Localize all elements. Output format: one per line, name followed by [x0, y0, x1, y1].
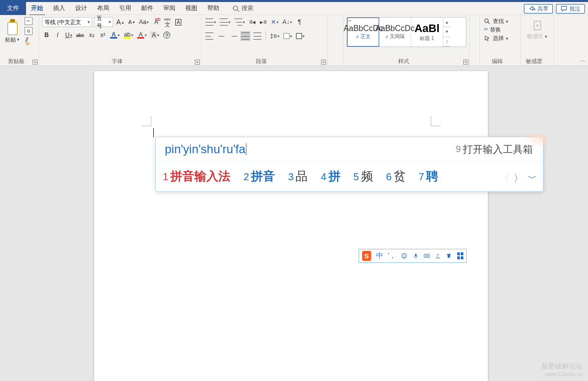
chevron-right-icon[interactable]: 〉: [514, 172, 523, 184]
shading-button[interactable]: [282, 31, 293, 41]
ime-status-bar[interactable]: S 中 '，: [359, 249, 467, 263]
replace-button[interactable]: ᵃᵇ替换: [483, 26, 517, 34]
change-case-button[interactable]: Aa: [138, 17, 150, 27]
keyboard-icon[interactable]: [424, 252, 430, 259]
grow-font-button[interactable]: A ▴: [115, 17, 125, 27]
ime-candidate-3[interactable]: 3品: [288, 168, 308, 184]
menu-bar: 文件 开始 插入 设计 布局 引用 邮件 审阅 视图 帮助 搜索 共享 批注: [0, 2, 588, 15]
show-marks-button[interactable]: ¶: [295, 17, 304, 27]
ime-candidate-4[interactable]: 4拼: [321, 168, 340, 184]
group-styles: AaBbCcDc ↲ 正文 AaBbCcDc ↲ 无间隔 AaBl 标题 1 ▴…: [344, 15, 470, 66]
dialog-launcher-icon[interactable]: ⬊: [321, 60, 326, 65]
bold-button[interactable]: B: [42, 30, 51, 40]
document-area[interactable]: [0, 66, 588, 381]
cut-button[interactable]: ✂: [25, 17, 33, 25]
phonetic-guide-button[interactable]: wén文: [163, 17, 172, 27]
shrink-font-button[interactable]: A ▾: [127, 17, 136, 27]
margin-corner-icon: [141, 116, 151, 126]
style-normal[interactable]: AaBbCcDc ↲ 正文: [347, 18, 379, 47]
style-nospacing[interactable]: AaBbCcDc ↲ 无间隔: [379, 18, 411, 47]
paste-button[interactable]: 粘贴▾: [3, 18, 22, 45]
search-box[interactable]: 搜索: [232, 4, 253, 13]
format-painter-button[interactable]: [25, 37, 33, 45]
char-shading-button[interactable]: A: [150, 30, 160, 40]
ime-candidate-6[interactable]: 6贫: [386, 168, 406, 184]
menu-file[interactable]: 文件: [0, 2, 26, 15]
highlight-button[interactable]: ab: [123, 30, 134, 40]
ime-toolbox-hint[interactable]: 9 打开输入工具箱: [456, 143, 533, 156]
ime-candidate-2[interactable]: 2拼音: [243, 168, 275, 184]
enclose-char-button[interactable]: 字: [162, 30, 171, 40]
collapse-ribbon-button[interactable]: ︿: [580, 56, 586, 65]
menu-tab-review[interactable]: 审阅: [158, 2, 180, 15]
ime-candidate-1[interactable]: 1拼音输入法: [163, 168, 230, 184]
menu-tab-view[interactable]: 视图: [180, 2, 202, 15]
menu-tab-insert[interactable]: 插入: [48, 2, 70, 15]
text-effects-button[interactable]: A: [109, 30, 121, 40]
mic-icon[interactable]: [413, 252, 419, 259]
numbering-button[interactable]: [219, 17, 231, 27]
find-button[interactable]: 查找▾: [483, 17, 517, 26]
bullets-button[interactable]: [204, 17, 217, 27]
page[interactable]: [94, 71, 488, 381]
ime-candidate-7[interactable]: 7聘: [419, 168, 438, 184]
ime-nav[interactable]: 〈 〉 ﹀: [500, 172, 537, 184]
group-spacer: [470, 15, 480, 66]
ime-candidate-window[interactable]: pin'yin'shu'ru'fa 9 打开输入工具箱 1拼音输入法 2拼音 3…: [155, 137, 543, 192]
italic-button[interactable]: I: [53, 30, 62, 40]
decrease-indent-button[interactable]: ≡◂: [248, 17, 257, 27]
menu-tab-home[interactable]: 开始: [26, 2, 48, 15]
borders-button[interactable]: [295, 31, 306, 41]
align-center-button[interactable]: [216, 31, 226, 41]
group-label: 样式: [344, 58, 463, 65]
group-spacer: [328, 15, 344, 66]
increase-indent-button[interactable]: ▸≡: [259, 17, 268, 27]
group-editing: 查找▾ ᵃᵇ替换 选择▾ 编辑: [480, 15, 521, 66]
ime-logo-icon[interactable]: S: [362, 251, 371, 261]
line-spacing-button[interactable]: ‡≡: [269, 31, 280, 41]
dialog-launcher-icon[interactable]: ⬊: [195, 60, 200, 65]
menu-tab-mailings[interactable]: 邮件: [136, 2, 158, 15]
justify-button[interactable]: [240, 31, 250, 41]
subscript-button[interactable]: x₂: [87, 30, 96, 40]
menu-tab-layout[interactable]: 布局: [92, 2, 114, 15]
toolbox-icon[interactable]: [457, 252, 463, 259]
clear-format-button[interactable]: A⌫: [152, 17, 161, 27]
font-size-combo[interactable]: 五号: [94, 17, 113, 27]
char-border-button[interactable]: A: [174, 17, 183, 27]
style-heading1[interactable]: AaBl 标题 1: [411, 18, 443, 47]
select-button[interactable]: 选择▾: [483, 34, 517, 43]
sort-button[interactable]: A↓: [281, 17, 293, 27]
chevron-left-icon[interactable]: 〈: [500, 172, 509, 184]
menu-tab-design[interactable]: 设计: [70, 2, 92, 15]
ime-candidate-5[interactable]: 5频: [354, 168, 373, 184]
font-name-combo[interactable]: 等线 (中文正文: [42, 17, 92, 27]
styles-gallery[interactable]: AaBbCcDc ↲ 正文 AaBbCcDc ↲ 无间隔 AaBl 标题 1 ▴…: [347, 17, 466, 47]
share-button[interactable]: 共享: [524, 4, 553, 14]
comments-button[interactable]: 批注: [556, 4, 585, 14]
asian-layout-button[interactable]: ✕: [270, 17, 279, 27]
chevron-down-icon[interactable]: ﹀: [528, 172, 537, 184]
multilevel-button[interactable]: [233, 17, 246, 27]
gallery-scroll[interactable]: ▴▾⁝: [443, 18, 450, 47]
superscript-button[interactable]: x²: [98, 30, 107, 40]
emoji-icon[interactable]: [401, 252, 407, 259]
menu-tab-help[interactable]: 帮助: [202, 2, 224, 15]
strike-button[interactable]: abc: [75, 30, 85, 40]
font-color-button[interactable]: A: [136, 30, 148, 40]
dialog-launcher-icon[interactable]: ⬊: [33, 60, 38, 65]
menu-tab-references[interactable]: 引用: [114, 2, 136, 15]
ime-lang-button[interactable]: 中: [376, 251, 383, 260]
underline-button[interactable]: U: [64, 30, 73, 40]
copy-button[interactable]: ⧉: [25, 27, 33, 35]
distribute-button[interactable]: [252, 31, 262, 41]
align-left-button[interactable]: [204, 31, 214, 41]
align-right-button[interactable]: [228, 31, 238, 41]
group-font: 等线 (中文正文 五号 A ▴ A ▾ Aa A⌫ wén文 A B I U a…: [39, 15, 201, 66]
person-icon[interactable]: [435, 252, 441, 259]
group-label: 字体: [39, 58, 195, 65]
skin-icon[interactable]: [446, 252, 452, 259]
ime-punct-button[interactable]: '，: [388, 251, 397, 260]
dialog-launcher-icon[interactable]: ⬊: [463, 60, 468, 65]
clipboard-icon: [6, 19, 20, 35]
